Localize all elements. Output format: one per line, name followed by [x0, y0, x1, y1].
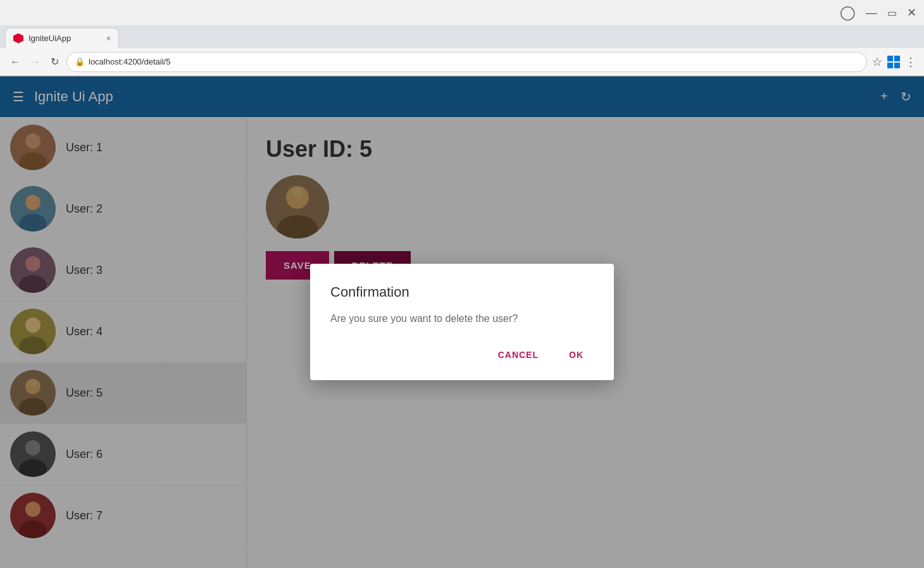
reload-button[interactable]: ↻: [48, 53, 61, 70]
omnibox-bar: ← → ↻ 🔒 localhost:4200/detail/5 ☆ ⋮: [0, 48, 924, 76]
tab-title: IgniteUiApp: [28, 34, 71, 43]
title-bar: ◯ — ▭ ✕: [0, 0, 924, 25]
back-button[interactable]: ←: [8, 54, 23, 70]
ok-button[interactable]: OK: [559, 345, 594, 365]
window-controls: ◯ — ▭ ✕: [840, 4, 916, 21]
url-text: localhost:4200/detail/5: [89, 57, 859, 66]
profile-icon[interactable]: ◯: [840, 4, 856, 21]
tab-close-button[interactable]: ×: [106, 34, 111, 43]
dialog-title: Confirmation: [330, 284, 594, 300]
maximize-button[interactable]: ▭: [887, 7, 897, 19]
dialog-actions: CANCEL OK: [330, 345, 594, 365]
new-tab-placeholder: [122, 30, 159, 48]
secure-icon: 🔒: [75, 57, 85, 66]
address-bar[interactable]: 🔒 localhost:4200/detail/5: [66, 52, 867, 72]
modal-overlay: Confirmation Are you sure you want to de…: [0, 76, 924, 568]
cancel-button[interactable]: CANCEL: [488, 345, 549, 365]
forward-button[interactable]: →: [28, 54, 43, 70]
browser-action-icons: ☆ ⋮: [872, 55, 916, 69]
confirmation-dialog: Confirmation Are you sure you want to de…: [310, 264, 614, 380]
minimize-button[interactable]: —: [866, 6, 877, 20]
dialog-message: Are you sure you want to delete the user…: [330, 313, 594, 324]
bookmark-icon[interactable]: ☆: [872, 55, 882, 69]
tab-bar: IgniteUiApp ×: [0, 25, 924, 48]
windows-icon: [887, 56, 900, 68]
browser-chrome: ◯ — ▭ ✕ IgniteUiApp × ← → ↻ 🔒 localhost:…: [0, 0, 924, 77]
menu-icon[interactable]: ⋮: [905, 55, 916, 69]
close-button[interactable]: ✕: [907, 6, 916, 20]
active-tab[interactable]: IgniteUiApp ×: [5, 28, 119, 48]
tab-favicon: [13, 34, 23, 44]
